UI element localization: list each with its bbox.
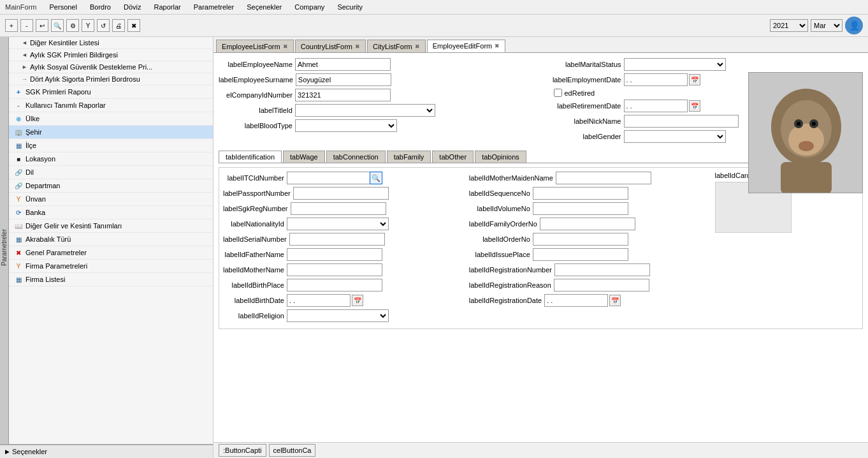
sidebar-item-kullanici[interactable]: - Kullanıcı Tanımlı Raporlar xyxy=(9,99,213,112)
birthdate-row: labelIdBirthDate 📅 xyxy=(223,294,463,307)
toolbar-y[interactable]: Y xyxy=(82,19,94,32)
inner-tab-wage[interactable]: tabWage xyxy=(283,151,325,163)
secenek-section[interactable]: ▶ Seçenekler xyxy=(0,444,213,458)
father-input[interactable] xyxy=(287,248,382,261)
sidebar-item-aylik-sosyal[interactable]: ► Aylık Sosyal Güvenlik Destekleme Pri..… xyxy=(9,61,213,73)
menu-personel[interactable]: Personel xyxy=(47,2,80,12)
cancel-button-caption-btn[interactable]: celButtonCa xyxy=(269,444,316,455)
itcid-search-btn[interactable]: 🔍 xyxy=(370,172,382,184)
menu-raporlar[interactable]: Raporlar xyxy=(151,2,183,12)
serial-input[interactable] xyxy=(289,233,385,246)
toolbar-refresh[interactable]: ↺ xyxy=(97,19,110,32)
sidebar-item-diger-gelir[interactable]: 📖 Diğer Gelir ve Kesinti Tanımları xyxy=(9,219,213,233)
menu-security[interactable]: Security xyxy=(335,2,365,12)
surname-input[interactable] xyxy=(296,73,391,86)
toolbar-search[interactable]: 🔍 xyxy=(51,19,64,32)
nickname-input[interactable] xyxy=(624,115,739,128)
menu-bordro[interactable]: Bordro xyxy=(87,2,113,12)
inner-tab-identification[interactable]: tabIdentification xyxy=(219,151,282,163)
sidebar-item-sgk-primleri[interactable]: + SGK Primleri Raporu xyxy=(9,85,213,99)
birthplace-input[interactable] xyxy=(287,279,382,292)
gender-select[interactable] xyxy=(624,130,726,143)
regdate-btn[interactable]: 📅 xyxy=(609,295,621,306)
mothermaiden-input[interactable] xyxy=(556,172,651,184)
name-input[interactable] xyxy=(295,58,391,71)
employee-photo xyxy=(748,72,863,193)
familyorderno-input[interactable] xyxy=(540,218,635,230)
tab-close-icon[interactable]: ✖ xyxy=(415,43,420,50)
tab-city-list[interactable]: CityListForm ✖ xyxy=(367,40,426,52)
sidebar-item-aylik-sgk[interactable]: ◄ Aylık SGK Primleri Bildirgesi xyxy=(9,49,213,61)
tab-close-icon[interactable]: ✖ xyxy=(355,43,360,50)
tab-employee-list[interactable]: EmployeeListForm ✖ xyxy=(216,40,294,52)
mother-input[interactable] xyxy=(287,263,382,276)
inner-tab-opinions[interactable]: tabOpinions xyxy=(475,151,526,163)
toolbar: + - ↩ 🔍 ⚙ Y ↺ 🖨 ✖ 2021 2020 2022 Mar Jan… xyxy=(0,15,868,37)
retirement-date-btn[interactable]: 📅 xyxy=(689,100,700,112)
regdate-input[interactable] xyxy=(544,294,608,307)
religion-select[interactable] xyxy=(287,309,389,322)
regnum-input[interactable] xyxy=(554,263,650,276)
regdate-field: 📅 xyxy=(544,294,621,307)
orderno-input[interactable] xyxy=(533,233,628,246)
tab-employee-edit[interactable]: EmployeeEditForm ✖ xyxy=(427,40,506,52)
employment-date-btn[interactable]: 📅 xyxy=(689,74,700,85)
tab-close-icon[interactable]: ✖ xyxy=(283,43,288,50)
menu-company[interactable]: Company xyxy=(292,2,327,12)
toolbar-remove[interactable]: - xyxy=(20,19,33,32)
sidebar-item-ulke[interactable]: ⊕ Ülke xyxy=(9,112,213,126)
marital-select[interactable] xyxy=(624,58,726,71)
nationality-select[interactable] xyxy=(287,218,389,230)
inner-tab-connection[interactable]: tabConnection xyxy=(326,151,386,163)
month-selector[interactable]: Mar Jan Feb xyxy=(811,19,843,32)
retired-checkbox[interactable] xyxy=(554,89,562,97)
tab-country-list[interactable]: CountryListForm ✖ xyxy=(295,40,366,52)
regreason-input[interactable] xyxy=(554,279,649,292)
toolbar-add[interactable]: + xyxy=(5,19,18,32)
itcid-input[interactable] xyxy=(287,172,370,184)
menu-parametreler[interactable]: Parametreler xyxy=(191,2,237,12)
volumeno-input[interactable] xyxy=(533,202,628,215)
toolbar-filter[interactable]: ⚙ xyxy=(66,19,79,32)
inner-tab-other[interactable]: tabOther xyxy=(432,151,474,163)
toolbar-close-x[interactable]: ✖ xyxy=(127,19,140,32)
companyid-input[interactable] xyxy=(295,89,391,101)
birthdate-input[interactable] xyxy=(287,294,351,307)
tab-strip: EmployeeListForm ✖ CountryListForm ✖ Cit… xyxy=(213,37,868,53)
sidebar-item-genel-parametreler[interactable]: ✖ Genel Parametreler xyxy=(9,246,213,260)
sgkreg-input[interactable] xyxy=(291,202,386,215)
seqno-row: labelIdSequenceNo xyxy=(469,187,709,200)
sidebar-item-banka[interactable]: ⟳ Banka xyxy=(9,206,213,219)
sidebar-item-firma-listesi[interactable]: ▦ Firma Listesi xyxy=(9,273,213,286)
inner-tab-family[interactable]: tabFamily xyxy=(387,151,431,163)
sidebar-item-akrabalik[interactable]: ▦ Akrabalık Türü xyxy=(9,233,213,246)
menubar: MainForm Personel Bordro Döviz Raporlar … xyxy=(0,0,868,15)
parametreler-tab[interactable]: Parametreler xyxy=(0,37,9,458)
itcid-label: labelITCIdNumber xyxy=(223,174,287,182)
menu-secenek[interactable]: Seçenekler xyxy=(244,2,284,12)
menu-doviz[interactable]: Döviz xyxy=(121,2,144,12)
button-caption-btn[interactable]: :ButtonCapti xyxy=(219,444,266,455)
retirement-date-input[interactable] xyxy=(624,100,688,112)
toolbar-back[interactable]: ↩ xyxy=(36,19,48,32)
sidebar-item-dil[interactable]: 🔗 Dil xyxy=(9,166,213,179)
employment-date-input[interactable] xyxy=(624,73,688,86)
bloodtype-select[interactable] xyxy=(295,119,397,132)
seqno-input[interactable] xyxy=(533,187,628,200)
issueplace-input[interactable] xyxy=(533,248,628,261)
sidebar-item-lokasyon[interactable]: ■ Lokasyon xyxy=(9,152,213,166)
birthdate-btn[interactable]: 📅 xyxy=(352,295,363,306)
sidebar-item-ilce[interactable]: ▦ İlçe xyxy=(9,139,213,152)
sidebar-item-departman[interactable]: 🔗 Departman xyxy=(9,179,213,193)
sidebar-item-dort-aylik[interactable]: → Dört Aylık Sigorta Primleri Bordrosu xyxy=(9,73,213,85)
sidebar-item-firma-parametreleri[interactable]: Y Firma Parametreleri xyxy=(9,260,213,273)
sidebar-item-unvan[interactable]: Y Ünvan xyxy=(9,193,213,206)
sidebar-item-diger-kesintiler[interactable]: ◄ Diğer Kesintiler Listesi xyxy=(9,37,213,49)
passport-input[interactable] xyxy=(293,187,389,200)
year-selector[interactable]: 2021 2020 2022 xyxy=(770,19,808,32)
bloodtype-row: labelBloodType xyxy=(219,119,535,132)
toolbar-print[interactable]: 🖨 xyxy=(112,19,125,32)
tab-close-icon[interactable]: ✖ xyxy=(495,43,500,49)
sidebar-item-sehir[interactable]: 🏢 Şehir xyxy=(9,126,213,139)
titleid-select[interactable] xyxy=(295,104,435,117)
